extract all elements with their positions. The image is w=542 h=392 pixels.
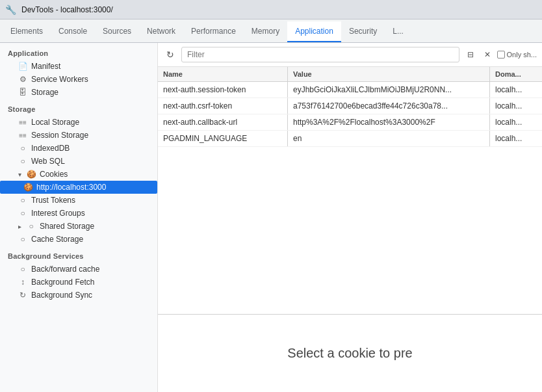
tab-performance[interactable]: Performance bbox=[183, 21, 244, 42]
background-sync-icon: ↻ bbox=[18, 291, 27, 300]
table-row[interactable]: next-auth.session-token eyJhbGciOiJkaXli… bbox=[158, 82, 542, 98]
tab-bar: Elements Console Sources Network Perform… bbox=[0, 20, 542, 43]
sidebar-item-storage-top-label: Storage bbox=[31, 88, 152, 97]
background-fetch-icon: ↕ bbox=[18, 278, 27, 287]
filter-clear-button[interactable]: ✕ bbox=[480, 47, 495, 62]
only-show-text: Only sh... bbox=[507, 51, 537, 59]
service-workers-icon: ⚙ bbox=[18, 75, 27, 84]
sidebar-item-service-workers[interactable]: ⚙ Service Workers bbox=[0, 73, 157, 86]
select-cookie-text: Select a cookie to pre bbox=[287, 346, 412, 361]
cookies-expand-arrow: ▾ bbox=[18, 171, 21, 178]
row-value-2: a753f76142700e6becad3ffe44c726c30a78... bbox=[288, 98, 490, 114]
sidebar-inner: Application 📄 Manifest ⚙ Service Workers… bbox=[0, 43, 157, 392]
sidebar-item-session-storage[interactable]: ≡≡ Session Storage bbox=[0, 129, 157, 142]
sidebar: Application 📄 Manifest ⚙ Service Workers… bbox=[0, 43, 158, 392]
tab-sources[interactable]: Sources bbox=[95, 21, 139, 42]
sidebar-item-cache-storage[interactable]: ○ Cache Storage bbox=[0, 233, 157, 246]
sidebar-item-indexeddb[interactable]: ○ IndexedDB bbox=[0, 142, 157, 155]
table-row[interactable]: next-auth.csrf-token a753f76142700e6beca… bbox=[158, 98, 542, 114]
storage-section-title: Storage bbox=[0, 99, 157, 116]
row-name-2: next-auth.csrf-token bbox=[158, 98, 288, 114]
sidebar-item-cookies[interactable]: ▾ 🍪 Cookies bbox=[0, 168, 157, 181]
row-value-1: eyJhbGciOiJkaXliLCJlbmMiOiJBMjU2R0NN... bbox=[288, 82, 490, 98]
sidebar-item-trust-tokens[interactable]: ○ Trust Tokens bbox=[0, 194, 157, 207]
sidebar-item-background-sync-label: Background Sync bbox=[31, 291, 152, 300]
filter-bar: ↻ ⊟ ✕ Only sh... bbox=[158, 43, 542, 67]
tab-application[interactable]: Application bbox=[287, 21, 341, 42]
row-name-4: PGADMIN_LANGUAGE bbox=[158, 131, 288, 146]
filter-actions: ⊟ ✕ Only sh... bbox=[463, 47, 537, 62]
sidebar-item-web-sql[interactable]: ○ Web SQL bbox=[0, 155, 157, 168]
tab-security[interactable]: Security bbox=[341, 21, 385, 42]
table-row[interactable]: PGADMIN_LANGUAGE en localh... bbox=[158, 131, 542, 147]
col-header-value: Value bbox=[288, 67, 490, 81]
sidebar-item-trust-tokens-label: Trust Tokens bbox=[31, 196, 152, 205]
interest-groups-icon: ○ bbox=[18, 209, 27, 218]
sidebar-item-localhost-3000[interactable]: 🍪 http://localhost:3000 bbox=[0, 181, 157, 194]
devtools-icon: 🔧 bbox=[5, 5, 16, 15]
sidebar-item-cache-storage-label: Cache Storage bbox=[31, 235, 152, 244]
local-storage-icon: ≡≡ bbox=[18, 119, 27, 126]
filter-options-button[interactable]: ⊟ bbox=[463, 47, 478, 62]
table-body: next-auth.session-token eyJhbGciOiJkaXli… bbox=[158, 82, 542, 314]
sidebar-item-local-storage[interactable]: ≡≡ Local Storage bbox=[0, 116, 157, 129]
only-show-checkbox[interactable] bbox=[497, 51, 505, 59]
row-domain-2: localh... bbox=[490, 98, 542, 114]
refresh-button[interactable]: ↻ bbox=[163, 47, 177, 62]
table-row[interactable]: next-auth.callback-url http%3A%2F%2Floca… bbox=[158, 114, 542, 131]
tab-lighthouse[interactable]: L... bbox=[385, 21, 411, 42]
sidebar-item-service-workers-label: Service Workers bbox=[31, 75, 152, 84]
web-sql-icon: ○ bbox=[18, 157, 27, 166]
table-header: Name Value Doma... bbox=[158, 67, 542, 82]
indexeddb-icon: ○ bbox=[18, 144, 27, 153]
row-domain-4: localh... bbox=[490, 131, 542, 146]
sidebar-item-indexeddb-label: IndexedDB bbox=[31, 144, 152, 153]
tab-network[interactable]: Network bbox=[139, 21, 183, 42]
cookies-icon: 🍪 bbox=[27, 170, 36, 179]
storage-top-icon: 🗄 bbox=[18, 88, 27, 97]
sidebar-item-local-storage-label: Local Storage bbox=[31, 118, 152, 127]
sidebar-item-manifest[interactable]: 📄 Manifest bbox=[0, 60, 157, 73]
sidebar-item-back-forward-cache-label: Back/forward cache bbox=[31, 265, 152, 274]
sidebar-item-background-fetch[interactable]: ↕ Background Fetch bbox=[0, 276, 157, 289]
only-show-label: Only sh... bbox=[497, 51, 537, 59]
sidebar-item-interest-groups[interactable]: ○ Interest Groups bbox=[0, 207, 157, 220]
sidebar-item-session-storage-label: Session Storage bbox=[31, 131, 152, 140]
session-storage-icon: ≡≡ bbox=[18, 132, 27, 139]
row-value-4: en bbox=[288, 131, 490, 146]
back-forward-cache-icon: ○ bbox=[18, 265, 27, 274]
bottom-panel: Select a cookie to pre bbox=[158, 314, 542, 392]
cache-storage-icon: ○ bbox=[18, 235, 27, 244]
sidebar-item-manifest-label: Manifest bbox=[31, 62, 152, 71]
application-section-title: Application bbox=[0, 43, 157, 60]
filter-input[interactable] bbox=[181, 47, 459, 62]
shared-storage-arrow: ▸ bbox=[18, 223, 21, 230]
tab-elements[interactable]: Elements bbox=[3, 21, 51, 42]
tab-console[interactable]: Console bbox=[51, 21, 95, 42]
row-value-3: http%3A%2F%2Flocalhost%3A3000%2F bbox=[288, 114, 490, 130]
content-area: ↻ ⊟ ✕ Only sh... Name Value Doma... next bbox=[158, 43, 542, 392]
tab-memory[interactable]: Memory bbox=[244, 21, 287, 42]
sidebar-item-shared-storage-label: Shared Storage bbox=[40, 222, 152, 231]
sidebar-item-background-sync[interactable]: ↻ Background Sync bbox=[0, 289, 157, 302]
row-name-1: next-auth.session-token bbox=[158, 82, 288, 98]
manifest-icon: 📄 bbox=[18, 62, 27, 71]
shared-storage-icon: ○ bbox=[27, 222, 36, 231]
row-domain-1: localh... bbox=[490, 82, 542, 98]
title-bar: 🔧 DevTools - localhost:3000/ bbox=[0, 0, 542, 20]
sidebar-item-interest-groups-label: Interest Groups bbox=[31, 209, 152, 218]
localhost-cookie-icon: 🍪 bbox=[23, 183, 32, 192]
background-section-title: Background Services bbox=[0, 246, 157, 263]
sidebar-item-shared-storage[interactable]: ▸ ○ Shared Storage bbox=[0, 220, 157, 233]
main-layout: Application 📄 Manifest ⚙ Service Workers… bbox=[0, 43, 542, 392]
sidebar-item-back-forward-cache[interactable]: ○ Back/forward cache bbox=[0, 263, 157, 276]
table-area: Name Value Doma... next-auth.session-tok… bbox=[158, 67, 542, 314]
col-header-name: Name bbox=[158, 67, 288, 81]
sidebar-item-storage-top[interactable]: 🗄 Storage bbox=[0, 86, 157, 99]
sidebar-item-background-fetch-label: Background Fetch bbox=[31, 278, 152, 287]
title-bar-text: DevTools - localhost:3000/ bbox=[21, 5, 113, 14]
sidebar-item-localhost-3000-label: http://localhost:3000 bbox=[36, 183, 152, 192]
sidebar-item-web-sql-label: Web SQL bbox=[31, 157, 152, 166]
trust-tokens-icon: ○ bbox=[18, 196, 27, 205]
sidebar-item-cookies-label: Cookies bbox=[40, 170, 152, 179]
